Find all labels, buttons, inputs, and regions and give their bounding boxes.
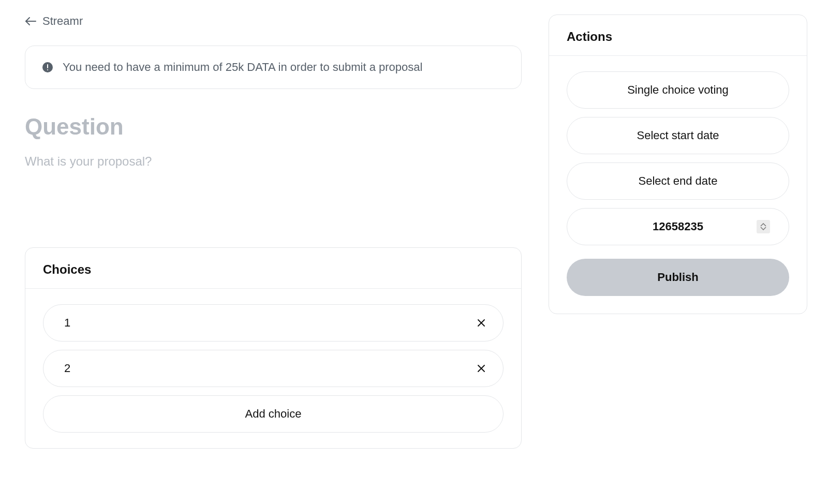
choice-input[interactable]	[64, 316, 474, 330]
back-label: Streamr	[42, 14, 83, 28]
remove-choice-button[interactable]	[474, 361, 489, 376]
warning-icon	[42, 62, 53, 73]
proposal-title-input[interactable]	[25, 114, 522, 140]
snapshot-block-input[interactable]: 12658235	[567, 208, 789, 245]
select-start-date-button[interactable]: Select start date	[567, 117, 789, 154]
choices-header: Choices	[25, 248, 521, 289]
voting-type-button[interactable]: Single choice voting	[567, 71, 789, 109]
voting-type-label: Single choice voting	[627, 83, 729, 97]
choice-input[interactable]	[64, 362, 474, 375]
actions-card: Actions Single choice voting Select star…	[549, 14, 807, 314]
minimum-balance-notice: You need to have a minimum of 25k DATA i…	[25, 46, 522, 89]
actions-header: Actions	[549, 15, 807, 56]
proposal-body-input[interactable]	[25, 154, 522, 247]
publish-label: Publish	[657, 271, 698, 284]
notice-text: You need to have a minimum of 25k DATA i…	[63, 61, 422, 74]
choice-row	[43, 304, 504, 342]
back-link[interactable]: Streamr	[25, 14, 522, 28]
add-choice-button[interactable]: Add choice	[43, 395, 504, 433]
publish-button[interactable]: Publish	[567, 259, 789, 296]
arrow-left-icon	[25, 16, 36, 27]
add-choice-label: Add choice	[245, 407, 302, 421]
start-date-label: Select start date	[637, 129, 719, 142]
end-date-label: Select end date	[639, 174, 718, 188]
choice-row	[43, 350, 504, 387]
number-stepper-icon[interactable]	[757, 220, 770, 233]
svg-rect-3	[47, 69, 48, 70]
remove-choice-button[interactable]	[474, 316, 489, 330]
block-number-value: 12658235	[653, 220, 703, 233]
choices-card: Choices	[25, 247, 522, 449]
select-end-date-button[interactable]: Select end date	[567, 162, 789, 200]
svg-rect-2	[47, 64, 48, 68]
